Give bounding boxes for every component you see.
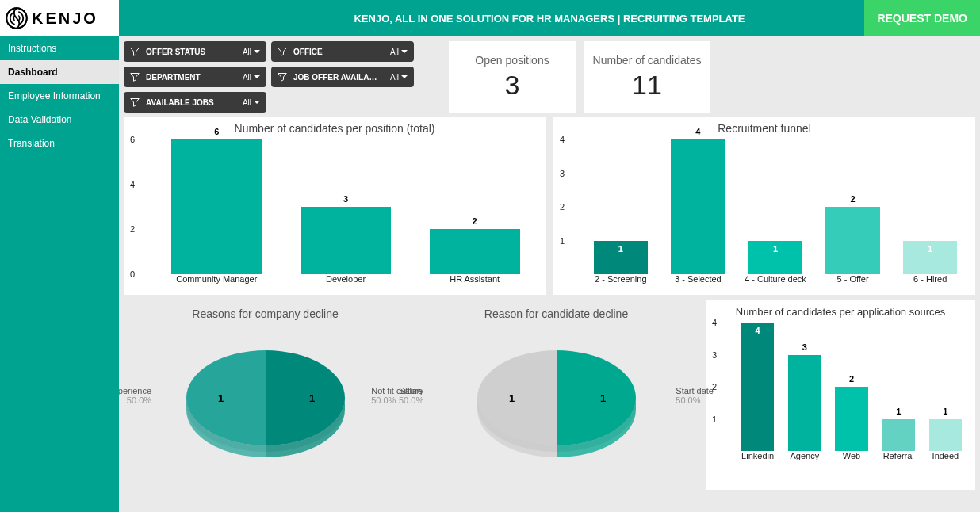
nav-item[interactable]: Instructions xyxy=(0,36,119,60)
bar-category: Linkedin xyxy=(734,451,781,465)
filter-icon xyxy=(278,47,287,56)
caret-down-icon xyxy=(401,75,408,78)
nav-item[interactable]: Data Validation xyxy=(0,108,119,132)
bar: 6 xyxy=(171,139,262,274)
bar: 4 xyxy=(741,323,774,451)
bar-col: 2 xyxy=(828,387,875,451)
bar-col: 1 xyxy=(737,241,814,275)
bar: 2 xyxy=(835,387,867,451)
logo: KENJO xyxy=(0,0,119,36)
filter-label: OFFICE xyxy=(293,48,323,56)
bar-category: 4 - Culture deck xyxy=(737,274,814,288)
filter-icon xyxy=(278,72,287,82)
bar-col: 2 xyxy=(814,207,892,274)
chart-reasons-company-decline: Reasons for company decline 1 1 Experien… xyxy=(124,300,407,490)
kpi-label: Open positions xyxy=(475,54,549,67)
chart-title: Recruitment funnel xyxy=(560,122,969,135)
page-title: KENJO, ALL IN ONE SOLUTION FOR HR MANAGE… xyxy=(119,13,980,25)
nav-item[interactable]: Dashboard xyxy=(0,60,119,84)
bar-value: 1 xyxy=(903,244,957,254)
bar: 3 xyxy=(788,355,821,452)
topbar: KENJO, ALL IN ONE SOLUTION FOR HR MANAGE… xyxy=(119,0,980,36)
bar-category: Web xyxy=(828,451,875,465)
caret-down-icon xyxy=(254,75,260,78)
filter-value: All xyxy=(390,48,399,56)
filter-chip[interactable]: JOB OFFER AVAILABLE ...All xyxy=(271,67,414,87)
content: OFFER STATUSAllOFFICEAllDEPARTMENTAllJOB… xyxy=(119,36,980,512)
nav-item[interactable]: Employee Information xyxy=(0,84,119,108)
slice-value: 1 xyxy=(309,392,315,404)
chart-title: Number of candidates per application sou… xyxy=(712,306,969,318)
chart-reason-candidate-decline: Reason for candidate decline 1 1 Salary5… xyxy=(415,300,698,490)
bar-col: 1 xyxy=(875,419,922,452)
pie-chart: 1 1 xyxy=(454,327,660,469)
chart-title: Reasons for company decline xyxy=(132,308,399,320)
bar-category: HR Assistant xyxy=(410,274,539,288)
filter-value: All xyxy=(243,48,251,56)
caret-down-icon xyxy=(254,50,260,53)
bar-category: Community Manager xyxy=(152,274,281,288)
bar-value: 3 xyxy=(301,194,391,204)
bar-value: 2 xyxy=(835,374,867,384)
filter-icon xyxy=(130,72,140,82)
bar-category: Agency xyxy=(781,451,828,465)
bar-col: 1 xyxy=(922,419,969,452)
bar-category: 3 - Selected xyxy=(660,274,737,288)
chart-candidates-per-source: Number of candidates per application sou… xyxy=(706,300,975,490)
filters-container: OFFER STATUSAllOFFICEAllDEPARTMENTAllJOB… xyxy=(124,41,441,113)
filter-chip[interactable]: OFFICEAll xyxy=(271,41,414,62)
filter-label: OFFER STATUS xyxy=(146,48,205,56)
bar: 2 xyxy=(825,207,879,274)
bar-col: 4 xyxy=(734,323,781,451)
bar-value: 4 xyxy=(671,127,725,136)
bar: 1 xyxy=(748,241,802,275)
caret-down-icon xyxy=(401,50,408,53)
bar: 4 xyxy=(671,139,725,274)
bar-category: Developer xyxy=(281,274,411,288)
bar-col: 3 xyxy=(781,355,828,452)
bar: 3 xyxy=(301,207,391,274)
bar: 1 xyxy=(903,241,957,275)
bar-category: 5 - Offer xyxy=(814,274,892,288)
slice-value: 1 xyxy=(218,392,224,404)
filter-icon xyxy=(130,47,140,56)
nav-list: InstructionsDashboardEmployee Informatio… xyxy=(0,36,119,155)
filter-label: DEPARTMENT xyxy=(146,73,201,82)
nav-item[interactable]: Translation xyxy=(0,132,119,155)
brand-name: KENJO xyxy=(32,10,98,28)
bar: 1 xyxy=(929,419,962,452)
bar-category: Referral xyxy=(875,451,922,465)
filter-value: All xyxy=(243,73,251,82)
slice-value: 1 xyxy=(509,392,515,404)
filter-chip[interactable]: AVAILABLE JOBSAll xyxy=(124,92,266,113)
bar-value: 1 xyxy=(929,407,962,416)
caret-down-icon xyxy=(254,101,260,104)
sidebar: KENJO InstructionsDashboardEmployee Info… xyxy=(0,0,119,512)
bar-value: 3 xyxy=(788,342,821,352)
filter-icon xyxy=(130,97,140,107)
bar-category: Indeed xyxy=(922,451,969,465)
bar-value: 2 xyxy=(430,216,520,226)
kpi-value: 11 xyxy=(632,70,662,101)
bar-col: 6 xyxy=(152,139,281,274)
bar-category: 2 - Screening xyxy=(582,274,660,288)
bar-value: 1 xyxy=(748,244,802,254)
slice-value: 1 xyxy=(600,392,606,404)
kpi-open-positions: Open positions 3 xyxy=(449,41,576,113)
filter-chip[interactable]: OFFER STATUSAll xyxy=(124,41,266,62)
kpi-number-candidates: Number of candidates 11 xyxy=(584,41,710,113)
filter-chip[interactable]: DEPARTMENTAll xyxy=(124,67,266,87)
bar-value: 4 xyxy=(741,326,774,335)
filter-label: JOB OFFER AVAILABLE ... xyxy=(293,73,381,82)
chart-title: Reason for candidate decline xyxy=(423,308,690,320)
brand-logo-icon xyxy=(5,6,29,30)
bar: 2 xyxy=(430,229,520,274)
bar-col: 3 xyxy=(281,207,411,274)
bar: 1 xyxy=(882,419,914,452)
bar-col: 1 xyxy=(891,241,969,275)
request-demo-button[interactable]: REQUEST DEMO xyxy=(864,0,980,36)
slice-label: Experience50.0% xyxy=(119,386,151,405)
chart-candidates-per-position: Number of candidates per position (total… xyxy=(124,117,546,295)
slice-label: Start date50.0% xyxy=(676,386,714,405)
bar-value: 6 xyxy=(171,127,262,136)
